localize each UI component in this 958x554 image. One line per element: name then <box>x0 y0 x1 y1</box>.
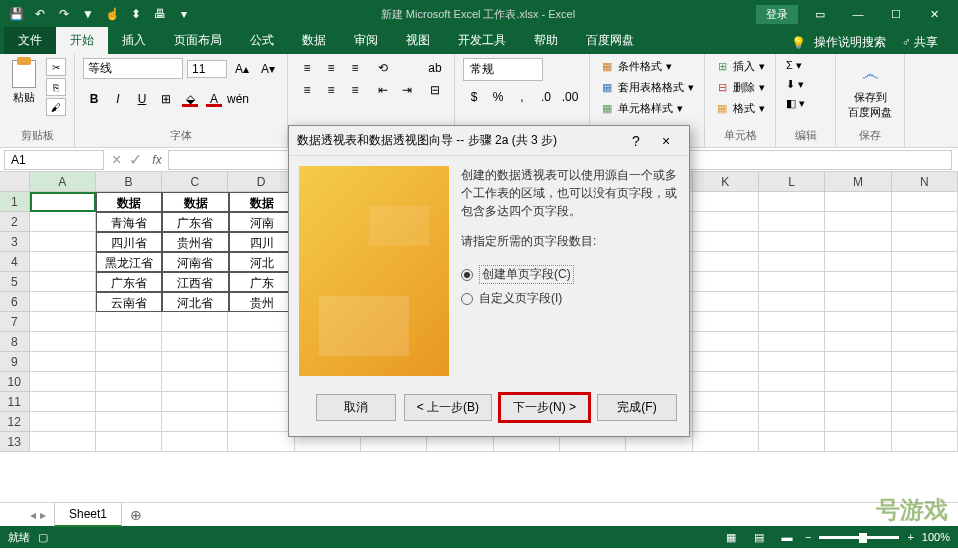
cell[interactable] <box>825 212 891 232</box>
cell[interactable] <box>759 292 825 312</box>
cell[interactable] <box>693 332 759 352</box>
fill-button[interactable]: ⬇ ▾ <box>784 77 806 92</box>
indent-increase-icon[interactable]: ⇥ <box>396 80 418 100</box>
save-icon[interactable]: 💾 <box>8 6 24 22</box>
cell[interactable] <box>693 292 759 312</box>
ribbon-options-icon[interactable]: ▭ <box>804 4 836 24</box>
align-right-icon[interactable]: ≡ <box>344 80 366 100</box>
cell[interactable]: 贵州 <box>229 292 295 312</box>
cell[interactable] <box>30 272 96 292</box>
col-header[interactable]: A <box>30 172 96 191</box>
cell[interactable] <box>693 232 759 252</box>
cell[interactable] <box>96 392 162 412</box>
cell[interactable] <box>759 232 825 252</box>
dialog-help-button[interactable]: ? <box>621 133 651 149</box>
cell[interactable]: 数据 <box>96 192 162 212</box>
tab-view[interactable]: 视图 <box>392 27 444 54</box>
touch-icon[interactable]: ☝ <box>104 6 120 22</box>
cell[interactable] <box>825 232 891 252</box>
cell[interactable] <box>892 412 958 432</box>
cell[interactable] <box>759 272 825 292</box>
cell[interactable] <box>892 352 958 372</box>
tab-file[interactable]: 文件 <box>4 27 56 54</box>
page-layout-icon[interactable]: ▤ <box>749 529 769 545</box>
cell[interactable] <box>825 412 891 432</box>
cell[interactable] <box>825 352 891 372</box>
row-header[interactable]: 10 <box>0 372 30 392</box>
cell[interactable] <box>825 312 891 332</box>
undo-icon[interactable]: ↶ <box>32 6 48 22</box>
row-header[interactable]: 2 <box>0 212 30 232</box>
cell[interactable] <box>162 312 228 332</box>
cell[interactable] <box>96 372 162 392</box>
cell[interactable] <box>228 332 294 352</box>
cell[interactable] <box>30 312 96 332</box>
cell[interactable] <box>693 432 759 452</box>
cell[interactable] <box>162 372 228 392</box>
row-header[interactable]: 5 <box>0 272 30 292</box>
cell[interactable]: 河南 <box>229 212 295 232</box>
align-center-icon[interactable]: ≡ <box>320 80 342 100</box>
minimize-icon[interactable]: — <box>842 4 874 24</box>
phonetic-button[interactable]: wén <box>227 89 249 109</box>
cell[interactable] <box>693 372 759 392</box>
cell[interactable] <box>759 412 825 432</box>
cell[interactable] <box>228 412 294 432</box>
cell[interactable] <box>892 372 958 392</box>
currency-icon[interactable]: $ <box>463 87 485 107</box>
autosum-button[interactable]: Σ ▾ <box>784 58 804 73</box>
conditional-format-button[interactable]: ▦条件格式 ▾ <box>598 58 674 75</box>
cell[interactable] <box>228 432 294 452</box>
cell[interactable] <box>96 412 162 432</box>
tab-data[interactable]: 数据 <box>288 27 340 54</box>
row-header[interactable]: 9 <box>0 352 30 372</box>
percent-icon[interactable]: % <box>487 87 509 107</box>
cell[interactable] <box>228 352 294 372</box>
underline-button[interactable]: U <box>131 89 153 109</box>
cell-styles-button[interactable]: ▦单元格样式 ▾ <box>598 100 685 117</box>
cell[interactable] <box>693 192 759 212</box>
tab-baidu[interactable]: 百度网盘 <box>572 27 648 54</box>
name-box[interactable]: A1 <box>4 150 104 170</box>
cell[interactable] <box>693 272 759 292</box>
cell[interactable]: 数据 <box>229 192 295 212</box>
cell[interactable]: 数据 <box>162 192 228 212</box>
cell[interactable] <box>30 412 96 432</box>
fx-icon[interactable]: fx <box>146 153 167 167</box>
cell[interactable] <box>759 352 825 372</box>
cell[interactable]: 四川 <box>229 232 295 252</box>
tab-help[interactable]: 帮助 <box>520 27 572 54</box>
insert-cells-button[interactable]: ⊞插入 ▾ <box>713 58 767 75</box>
tab-formulas[interactable]: 公式 <box>236 27 288 54</box>
decrease-decimal-icon[interactable]: .00 <box>559 87 581 107</box>
cell[interactable] <box>892 312 958 332</box>
radio-custom-page[interactable]: 自定义页字段(I) <box>461 287 679 310</box>
row-header[interactable]: 11 <box>0 392 30 412</box>
save-baidu-button[interactable]: ෴ 保存到 百度网盘 <box>844 58 896 122</box>
cell[interactable] <box>825 192 891 212</box>
format-cells-button[interactable]: ▦格式 ▾ <box>713 100 767 117</box>
bold-button[interactable]: B <box>83 89 105 109</box>
row-header[interactable]: 13 <box>0 432 30 452</box>
next-button[interactable]: 下一步(N) > <box>500 394 589 421</box>
font-color-button[interactable]: A <box>203 89 225 109</box>
number-format-select[interactable]: 常规 <box>463 58 543 81</box>
cell[interactable]: 黑龙江省 <box>96 252 162 272</box>
row-header[interactable]: 1 <box>0 192 30 212</box>
sort-icon[interactable]: ⬍ <box>128 6 144 22</box>
row-header[interactable]: 8 <box>0 332 30 352</box>
cell[interactable] <box>30 332 96 352</box>
col-header[interactable]: C <box>162 172 228 191</box>
font-size-select[interactable]: 11 <box>187 60 227 78</box>
paste-button[interactable]: 粘贴 <box>8 58 40 107</box>
col-header[interactable]: B <box>96 172 162 191</box>
cell[interactable] <box>693 412 759 432</box>
align-middle-icon[interactable]: ≡ <box>320 58 342 78</box>
cell[interactable]: 贵州省 <box>162 232 228 252</box>
cell[interactable]: 四川省 <box>96 232 162 252</box>
radio-single-page[interactable]: 创建单页字段(C) <box>461 262 679 287</box>
sheet-nav-next-icon[interactable]: ▸ <box>40 508 46 522</box>
cell[interactable] <box>30 192 97 212</box>
zoom-in-icon[interactable]: + <box>907 531 913 543</box>
cell[interactable] <box>892 332 958 352</box>
